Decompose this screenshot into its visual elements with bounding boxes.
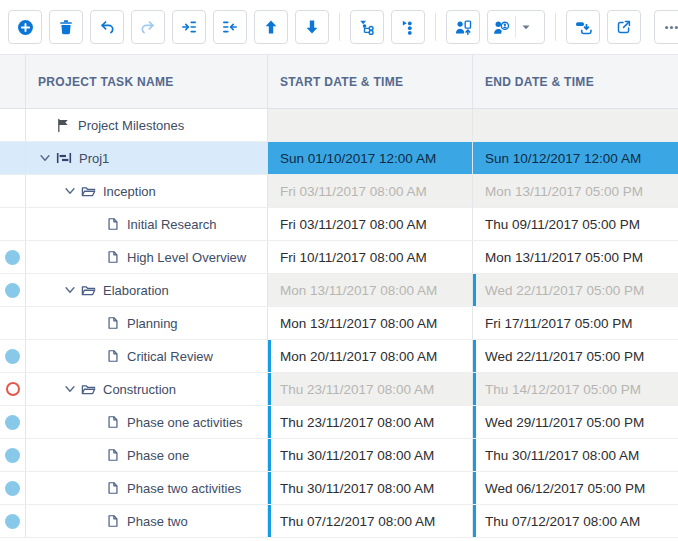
page-icon bbox=[106, 250, 120, 264]
chevron-down-icon[interactable] bbox=[38, 151, 56, 165]
task-name-cell[interactable]: Phase one activities bbox=[25, 406, 267, 438]
task-name-cell[interactable]: Elaboration bbox=[25, 274, 267, 306]
end-date-cell[interactable]: Thu 07/12/2017 08:00 AM bbox=[472, 505, 678, 537]
chevron-down-icon[interactable] bbox=[63, 382, 81, 396]
task-name-label: Planning bbox=[127, 316, 178, 331]
task-row[interactable]: ElaborationMon 13/11/2017 08:00 AMWed 22… bbox=[0, 274, 678, 307]
task-name-label: Construction bbox=[103, 382, 176, 397]
delete-task-button[interactable] bbox=[49, 10, 83, 44]
outdent-task-button[interactable] bbox=[213, 10, 247, 44]
move-up-button[interactable] bbox=[254, 10, 288, 44]
undo-button[interactable] bbox=[90, 10, 124, 44]
column-header-task-name[interactable]: PROJECT TASK NAME bbox=[25, 55, 267, 108]
task-name-label: Project Milestones bbox=[78, 118, 184, 133]
task-name-cell[interactable]: Construction bbox=[25, 373, 267, 405]
task-row[interactable]: Proj1Sun 01/10/2017 12:00 AMSun 10/12/20… bbox=[0, 142, 678, 175]
task-name-label: Phase one activities bbox=[127, 415, 243, 430]
task-row[interactable]: InceptionFri 03/11/2017 08:00 AMMon 13/1… bbox=[0, 175, 678, 208]
start-date-text: Fri 03/11/2017 08:00 AM bbox=[280, 184, 427, 199]
start-date-cell[interactable]: Thu 30/11/2017 08:00 AM bbox=[267, 439, 472, 471]
status-dot-blue-icon bbox=[5, 415, 20, 430]
export-icon bbox=[575, 19, 592, 36]
task-name-cell[interactable]: Phase one bbox=[25, 439, 267, 471]
start-date-text: Thu 07/12/2017 08:00 AM bbox=[280, 514, 435, 529]
end-date-cell[interactable]: Wed 29/11/2017 05:00 PM bbox=[472, 406, 678, 438]
start-date-cell[interactable]: Sun 01/10/2017 12:00 AM bbox=[267, 142, 472, 174]
arrow-up-icon bbox=[263, 19, 279, 35]
task-name-cell[interactable]: Proj1 bbox=[25, 142, 267, 174]
add-task-button[interactable] bbox=[8, 10, 42, 44]
end-date-cell[interactable]: Mon 13/11/2017 05:00 PM bbox=[472, 175, 678, 207]
task-row[interactable]: Phase twoThu 07/12/2017 08:00 AMThu 07/1… bbox=[0, 505, 678, 538]
task-name-cell[interactable]: Project Milestones bbox=[25, 109, 267, 141]
end-date-text: Wed 06/12/2017 05:00 PM bbox=[485, 481, 645, 496]
start-date-cell[interactable]: Fri 03/11/2017 08:00 AM bbox=[267, 208, 472, 240]
column-header-end-date[interactable]: END DATE & TIME bbox=[472, 55, 678, 108]
end-date-cell[interactable]: Wed 22/11/2017 05:00 PM bbox=[472, 274, 678, 306]
ellipsis-icon bbox=[663, 19, 678, 36]
start-date-cell[interactable]: Thu 30/11/2017 08:00 AM bbox=[267, 472, 472, 504]
assign-resources-button[interactable] bbox=[487, 10, 545, 44]
task-row[interactable]: Initial ResearchFri 03/11/2017 08:00 AMT… bbox=[0, 208, 678, 241]
task-name-cell[interactable]: Planning bbox=[25, 307, 267, 339]
start-date-cell[interactable]: Thu 07/12/2017 08:00 AM bbox=[267, 505, 472, 537]
end-date-cell[interactable] bbox=[472, 109, 678, 141]
toolbar bbox=[0, 0, 678, 54]
status-dot-blue-icon bbox=[5, 514, 20, 529]
end-date-cell[interactable]: Thu 30/11/2017 08:00 AM bbox=[472, 439, 678, 471]
start-date-cell[interactable]: Fri 03/11/2017 08:00 AM bbox=[267, 175, 472, 207]
end-date-cell[interactable]: Thu 09/11/2017 05:00 PM bbox=[472, 208, 678, 240]
task-name-cell[interactable]: Inception bbox=[25, 175, 267, 207]
trash-icon bbox=[58, 19, 74, 35]
end-date-cell[interactable]: Wed 22/11/2017 05:00 PM bbox=[472, 340, 678, 372]
start-date-cell[interactable]: Mon 13/11/2017 08:00 AM bbox=[267, 274, 472, 306]
import-resources-button[interactable] bbox=[446, 10, 480, 44]
start-date-cell[interactable]: Fri 10/11/2017 08:00 AM bbox=[267, 241, 472, 273]
end-date-text: Thu 07/12/2017 08:00 AM bbox=[485, 514, 640, 529]
split-button-divider bbox=[515, 16, 516, 38]
end-date-cell[interactable]: Thu 14/12/2017 05:00 PM bbox=[472, 373, 678, 405]
start-date-cell[interactable]: Mon 13/11/2017 08:00 AM bbox=[267, 307, 472, 339]
task-row[interactable]: Critical ReviewMon 20/11/2017 08:00 AMWe… bbox=[0, 340, 678, 373]
more-actions-button[interactable] bbox=[654, 10, 678, 44]
open-external-button[interactable] bbox=[607, 10, 641, 44]
task-row[interactable]: ConstructionThu 23/11/2017 08:00 AMThu 1… bbox=[0, 373, 678, 406]
start-date-cell[interactable]: Thu 23/11/2017 08:00 AM bbox=[267, 373, 472, 405]
caret-down-icon[interactable] bbox=[519, 20, 533, 34]
task-name-cell[interactable]: High Level Overview bbox=[25, 241, 267, 273]
export-button[interactable] bbox=[566, 10, 600, 44]
task-row[interactable]: Project Milestones bbox=[0, 109, 678, 142]
column-header-start-date[interactable]: START DATE & TIME bbox=[267, 55, 472, 108]
end-date-cell[interactable]: Wed 06/12/2017 05:00 PM bbox=[472, 472, 678, 504]
flag-icon bbox=[56, 118, 71, 133]
task-row[interactable]: PlanningMon 13/11/2017 08:00 AMFri 17/11… bbox=[0, 307, 678, 340]
task-name-cell[interactable]: Initial Research bbox=[25, 208, 267, 240]
task-row[interactable]: Phase two activitiesThu 30/11/2017 08:00… bbox=[0, 472, 678, 505]
start-date-cell[interactable]: Thu 23/11/2017 08:00 AM bbox=[267, 406, 472, 438]
end-date-cell[interactable]: Mon 13/11/2017 05:00 PM bbox=[472, 241, 678, 273]
task-row[interactable]: Phase oneThu 30/11/2017 08:00 AMThu 30/1… bbox=[0, 439, 678, 472]
task-name-label: Phase one bbox=[127, 448, 189, 463]
status-dot-blue-icon bbox=[5, 250, 20, 265]
task-name-cell[interactable]: Phase two bbox=[25, 505, 267, 537]
task-name-cell[interactable]: Phase two activities bbox=[25, 472, 267, 504]
redo-button[interactable] bbox=[131, 10, 165, 44]
end-date-cell[interactable]: Fri 17/11/2017 05:00 PM bbox=[472, 307, 678, 339]
indent-task-button[interactable] bbox=[172, 10, 206, 44]
task-row[interactable]: High Level OverviewFri 10/11/2017 08:00 … bbox=[0, 241, 678, 274]
start-date-cell[interactable] bbox=[267, 109, 472, 141]
outdent-icon bbox=[222, 19, 238, 35]
start-date-text: Mon 13/11/2017 08:00 AM bbox=[280, 283, 437, 298]
move-down-button[interactable] bbox=[295, 10, 329, 44]
constraint-indicator-bar bbox=[268, 505, 271, 537]
task-row[interactable]: Phase one activitiesThu 23/11/2017 08:00… bbox=[0, 406, 678, 439]
chevron-down-icon[interactable] bbox=[63, 184, 81, 198]
critical-path-button[interactable] bbox=[391, 10, 425, 44]
end-date-cell[interactable]: Sun 10/12/2017 12:00 AM bbox=[472, 142, 678, 174]
circle-plus-icon bbox=[17, 19, 34, 36]
filter-tree-button[interactable] bbox=[350, 10, 384, 44]
start-date-cell[interactable]: Mon 20/11/2017 08:00 AM bbox=[267, 340, 472, 372]
task-name-cell[interactable]: Critical Review bbox=[25, 340, 267, 372]
chevron-down-icon[interactable] bbox=[63, 283, 81, 297]
gutter-column-header bbox=[0, 55, 25, 108]
